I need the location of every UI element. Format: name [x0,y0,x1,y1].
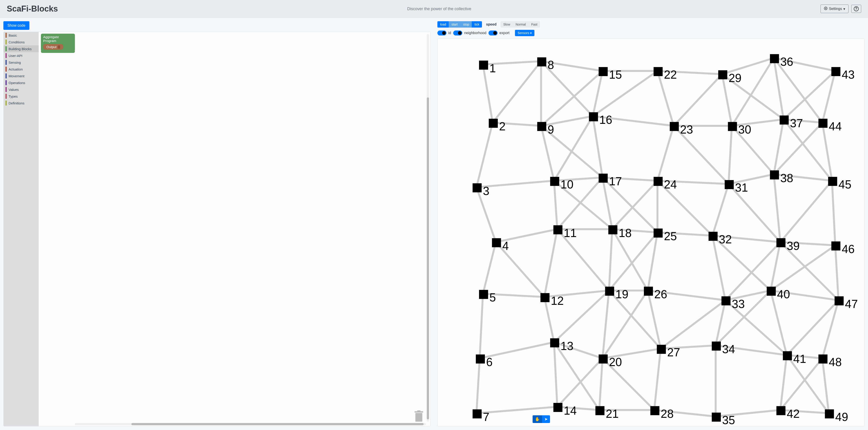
block-inner-label: Output [46,45,57,49]
graph-node-15[interactable]: 15 [599,67,622,81]
graph-node-22[interactable]: 22 [654,67,677,81]
toolbox-category-types[interactable]: Types [4,93,39,100]
graph-node-23[interactable]: 23 [670,122,693,136]
show-code-button[interactable]: Show code [3,21,29,30]
graph-node-28[interactable]: 28 [650,406,674,420]
svg-rect-41 [770,170,779,179]
output-block[interactable]: Output [43,44,63,50]
start-button[interactable]: start [449,21,460,28]
graph-node-38[interactable]: 38 [770,170,793,185]
graph-node-1[interactable]: 1 [479,61,496,74]
toolbox-category-actuation[interactable]: Actuation [4,66,39,72]
settings-button[interactable]: Settings ▾ [820,4,848,13]
toolbox-category-basic[interactable]: Basic [4,32,39,39]
svg-rect-48 [828,177,837,186]
graph-node-11[interactable]: 11 [553,225,577,239]
blockly-workspace[interactable]: BasicConditionsBuilding BlocksUser-APISe… [3,32,431,426]
svg-rect-40 [780,115,788,125]
tick-button[interactable]: tick [472,21,482,28]
toolbox-category-operations[interactable]: Operations [4,79,39,86]
load-button[interactable]: load [437,21,449,28]
block-canvas[interactable]: Aggregate Program Output [39,32,430,426]
category-label: Movement [9,74,24,78]
toggle-label-neighborhood: neighborhood [464,31,486,35]
graph-node-26[interactable]: 26 [644,287,667,301]
graph-node-36[interactable]: 36 [770,54,793,68]
toolbox-category-values[interactable]: Values [4,86,39,93]
help-button[interactable]: ? [851,5,861,13]
node-label: 42 [787,407,800,420]
graph-node-17[interactable]: 17 [599,173,622,188]
speed-option-slow[interactable]: Slow [500,21,513,28]
graph-node-8[interactable]: 8 [537,57,554,71]
toolbox-category-user-api[interactable]: User-API [4,52,39,59]
graph-node-37[interactable]: 37 [780,115,803,130]
svg-rect-1 [415,413,423,422]
aggregate-program-block[interactable]: Aggregate Program Output [41,34,75,53]
pan-tool-button[interactable]: ✋ [533,415,542,423]
svg-rect-17 [553,403,562,412]
graph-node-48[interactable]: 48 [818,355,842,368]
svg-rect-47 [818,119,828,128]
node-label: 6 [486,356,493,368]
speed-option-fast[interactable]: Fast [529,21,540,28]
select-tool-button[interactable]: ➤ [542,415,550,423]
network-graph[interactable]: 1234567891011121314151617181920212223242… [437,38,865,426]
node-label: 5 [489,291,496,304]
graph-node-47[interactable]: 47 [835,296,858,310]
graph-edge [654,349,661,410]
graph-node-31[interactable]: 31 [724,180,748,194]
node-label: 26 [654,288,667,301]
speed-option-normal[interactable]: Normal [513,21,529,28]
toolbox-category-definitions[interactable]: Definitions [4,100,39,106]
node-label: 9 [548,123,554,136]
graph-node-39[interactable]: 39 [776,238,800,252]
graph-node-3[interactable]: 3 [473,183,489,197]
graph-node-42[interactable]: 42 [776,406,800,420]
graph-node-35[interactable]: 35 [712,412,735,426]
graph-node-40[interactable]: 40 [767,287,790,301]
graph-node-9[interactable]: 9 [537,122,554,136]
svg-rect-21 [608,225,617,234]
graph-node-44[interactable]: 44 [818,119,842,133]
speed-group[interactable]: SlowNormalFast [500,21,540,28]
graph-node-29[interactable]: 29 [718,70,742,84]
toggle-export[interactable] [489,31,498,35]
puzzle-connector-icon [58,45,60,48]
toggle-neighborhood[interactable] [453,31,462,35]
stop-button[interactable]: stop [461,21,472,28]
graph-edge [593,71,657,116]
category-label: Building Blocks [9,47,32,51]
graph-node-12[interactable]: 12 [540,293,564,307]
toolbox-category-movement[interactable]: Movement [4,72,39,79]
toolbox-category-conditions[interactable]: Conditions [4,39,39,45]
graph-node-43[interactable]: 43 [831,67,855,81]
toolbox-category-building-blocks[interactable]: Building Blocks [4,45,39,52]
toggle-label-export: export [499,31,509,35]
svg-rect-52 [825,409,834,419]
category-color-bar [5,101,7,105]
toolbox-category-sensing[interactable]: Sensing [4,59,39,66]
svg-rect-10 [473,409,482,419]
svg-rect-4 [479,61,488,70]
node-label: 17 [609,175,622,188]
graph-node-21[interactable]: 21 [595,406,619,420]
graph-node-32[interactable]: 32 [709,232,732,246]
graph-node-14[interactable]: 14 [553,403,577,417]
svg-rect-12 [537,122,546,131]
graph-node-49[interactable]: 49 [825,409,848,424]
svg-rect-9 [476,355,485,364]
node-label: 18 [619,226,632,239]
graph-edge [729,126,732,184]
trash-icon[interactable] [414,410,424,424]
toggle-id[interactable] [437,31,446,35]
graph-node-7[interactable]: 7 [473,409,489,424]
node-label: 13 [560,339,573,353]
app-title: ScaFi-Blocks [7,4,58,13]
sensors-button[interactable]: Sensors ▾ [515,30,534,36]
horizontal-scrollbar[interactable] [75,423,426,425]
node-label: 16 [599,113,612,126]
vertical-scrollbar[interactable] [427,34,429,422]
graph-node-16[interactable]: 16 [589,112,612,126]
graph-node-33[interactable]: 33 [721,296,745,310]
